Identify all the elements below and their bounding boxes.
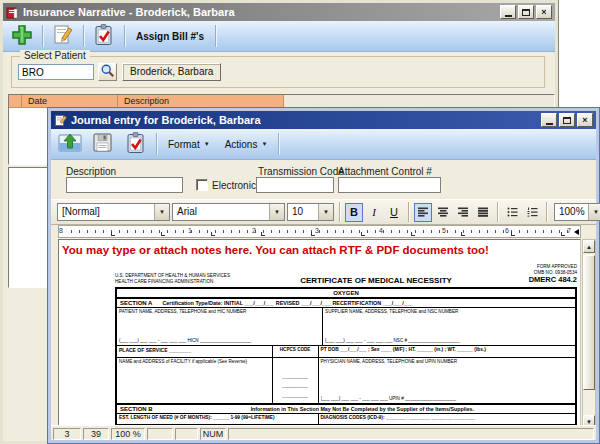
font-size-value: 10 xyxy=(288,204,318,220)
arrow-up-icon xyxy=(57,131,83,158)
zoom-select[interactable]: 100% ▼ xyxy=(554,203,600,221)
actions-menu[interactable]: Actions ▼ xyxy=(219,132,274,156)
blank-line: __________ xyxy=(275,372,316,382)
scroll-down-icon: ▼ xyxy=(586,419,592,425)
font-size-select[interactable]: 10 ▼ xyxy=(287,203,334,221)
cmn-table: OXYGEN SECTION A Certification Type/Date… xyxy=(115,287,577,428)
transmission-code-input[interactable] xyxy=(256,177,334,193)
journal-titlebar[interactable]: Journal entry for Broderick, Barbara × xyxy=(51,111,596,129)
close-button[interactable]: × xyxy=(536,5,552,19)
post-journal-button[interactable] xyxy=(55,131,85,158)
patient-phone-line: (___ ___) ___ ___ - ___ ___ ___ HICN ___… xyxy=(119,338,320,344)
status-cell-position: 39 xyxy=(83,428,109,440)
scrollbar-thumb[interactable] xyxy=(583,255,595,390)
minimize-icon xyxy=(505,15,512,17)
align-justify-button[interactable] xyxy=(474,203,492,222)
scroll-up-icon: ▲ xyxy=(586,244,592,250)
zoom-value: 100% xyxy=(555,204,588,220)
cmn-agency: U.S. DEPARTMENT OF HEALTH & HUMAN SERVIC… xyxy=(115,273,265,284)
grid-column-description[interactable]: Description xyxy=(118,95,284,107)
chevron-down-icon[interactable]: ▼ xyxy=(318,204,333,220)
chevron-down-icon[interactable]: ▼ xyxy=(269,204,284,220)
insurance-window-icon xyxy=(6,6,19,19)
patient-label: PATIENT NAME, ADDRESS, TELEPHONE and HIC… xyxy=(119,309,246,314)
maximize-button[interactable] xyxy=(518,5,534,19)
vertical-scrollbar[interactable]: ▲ ▼ xyxy=(582,239,596,429)
review-narrative-button[interactable] xyxy=(89,23,119,50)
patient-cell: PATIENT NAME, ADDRESS, TELEPHONE and HIC… xyxy=(117,308,323,345)
italic-button[interactable]: I xyxy=(365,203,383,222)
toolbar-separator xyxy=(339,202,340,222)
select-patient-label: Select Patient xyxy=(20,50,90,61)
physician-label: PHYSICIAN NAME, ADDRESS, TELEPHONE and U… xyxy=(321,359,458,364)
toolbar-separator xyxy=(156,133,157,155)
section-a-label: SECTION A xyxy=(120,300,152,306)
insurance-titlebar[interactable]: Insurance Narrative - Broderick, Barbara… xyxy=(3,3,555,21)
blank-line: __________ xyxy=(275,391,316,401)
toolbar-separator xyxy=(83,25,84,47)
ruler-number: 8 xyxy=(59,227,63,234)
format-menu[interactable]: Format ▼ xyxy=(162,132,216,156)
section-b-text: Information in This Section May Not Be C… xyxy=(153,406,572,412)
insurance-window-title: Insurance Narrative - Broderick, Barbara xyxy=(23,6,235,18)
chevron-down-icon[interactable]: ▼ xyxy=(588,204,600,220)
save-icon xyxy=(91,131,115,158)
font-name-select[interactable]: Arial ▼ xyxy=(172,203,285,221)
format-toolbar: [Normal] ▼ Arial ▼ 10 ▼ B I U xyxy=(51,199,596,225)
scroll-up-button[interactable]: ▲ xyxy=(583,240,595,253)
bold-button[interactable]: B xyxy=(345,203,363,222)
patient-vitals-cell: PT DOB ___/___/___ ; Sex ____ (M/F) ; HT… xyxy=(319,346,575,357)
attachment-control-input[interactable] xyxy=(338,177,441,193)
numbered-list-button[interactable] xyxy=(523,203,541,222)
form-code: DMERC 484.2 xyxy=(487,275,577,284)
minimize-button[interactable] xyxy=(500,5,516,19)
supplier-phone-line: (___ ___) ___ ___ - ___ ___ ___ NSC # __… xyxy=(325,338,573,344)
align-right-button[interactable] xyxy=(454,203,472,222)
journal-entry-window: Journal entry for Broderick, Barbara × F… xyxy=(48,108,599,443)
maximize-button[interactable] xyxy=(559,113,575,127)
underline-button[interactable]: U xyxy=(385,203,403,222)
attachment-control-label: Attachment Control # xyxy=(338,166,432,177)
chevron-down-icon: ▼ xyxy=(261,141,267,147)
cmn-est-row: EST. LENGTH OF NEED (# OF MONTHS): _____… xyxy=(117,413,575,424)
select-patient-group: Select Patient Broderick, Barbara xyxy=(11,56,545,88)
align-center-button[interactable] xyxy=(434,203,452,222)
cmn-form: U.S. DEPARTMENT OF HEALTH & HUMAN SERVIC… xyxy=(115,264,577,428)
insurance-toolbar: Assign Bill #'s xyxy=(3,21,555,52)
align-right-icon xyxy=(458,207,469,217)
bullet-list-button[interactable] xyxy=(503,203,521,222)
assign-bill-numbers-button[interactable]: Assign Bill #'s xyxy=(130,24,210,48)
chevron-down-icon[interactable]: ▼ xyxy=(154,204,169,220)
cmn-section-b-row: SECTION B Information in This Section Ma… xyxy=(117,403,575,413)
patient-search-input[interactable] xyxy=(18,64,94,80)
align-justify-icon xyxy=(478,207,489,217)
grid-header-fill xyxy=(284,95,554,107)
place-of-service-cell: PLACE OF SERVICE ________ xyxy=(117,346,273,357)
cmn-place-row: PLACE OF SERVICE ________ HCPCS CODE PT … xyxy=(117,345,575,357)
review-button[interactable] xyxy=(121,131,151,158)
status-cell-empty xyxy=(147,428,173,440)
blank-line: __________ xyxy=(275,381,316,391)
search-button[interactable] xyxy=(98,63,117,81)
status-cell-count: 3 xyxy=(53,428,81,440)
maximize-icon xyxy=(522,9,530,16)
align-left-button[interactable] xyxy=(414,203,432,222)
diagnosis-codes-cell: DIAGNOSIS CODES (ICD-9): ________ ______… xyxy=(319,414,575,424)
close-icon: × xyxy=(541,8,546,17)
minimize-button[interactable] xyxy=(541,113,557,127)
cmn-names-row: PATIENT NAME, ADDRESS, TELEPHONE and HIC… xyxy=(117,307,575,345)
search-icon xyxy=(100,63,115,81)
clipboard-check-icon xyxy=(92,23,116,50)
close-button[interactable]: × xyxy=(577,113,593,127)
paragraph-style-value: [Normal] xyxy=(58,204,154,220)
document-area[interactable]: You may type or attach notes here. You c… xyxy=(58,239,581,428)
description-input[interactable] xyxy=(66,177,183,193)
electronic-checkbox[interactable] xyxy=(196,179,208,191)
add-narrative-button[interactable] xyxy=(7,23,37,50)
edit-narrative-button[interactable] xyxy=(48,23,78,50)
save-button[interactable] xyxy=(88,131,118,158)
grid-column-date[interactable]: Date xyxy=(22,95,118,107)
cmn-section-a-row: SECTION A Certification Type/Date: INITI… xyxy=(117,297,575,307)
ruler[interactable]: 1 2 3 4 5 6 7 8 xyxy=(58,225,581,238)
paragraph-style-select[interactable]: [Normal] ▼ xyxy=(57,203,170,221)
